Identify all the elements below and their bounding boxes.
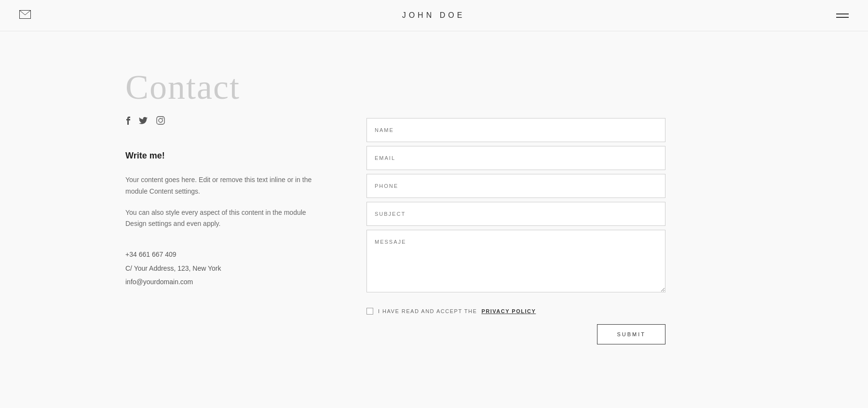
contact-email: info@yourdomain.com [125, 276, 328, 287]
left-column: Contact Write me! Your conte [125, 70, 328, 344]
facebook-icon[interactable] [125, 116, 130, 127]
twitter-icon[interactable] [139, 117, 148, 126]
contact-address: C/ Your Address, 123, New York [125, 263, 328, 274]
email-field [366, 146, 665, 170]
contact-phone: +34 661 667 409 [125, 249, 328, 260]
privacy-checkbox[interactable] [366, 308, 373, 315]
privacy-policy-link[interactable]: PRIVACY POLICY [481, 308, 536, 314]
email-input[interactable] [366, 146, 665, 170]
submit-row: SUBMIT [366, 324, 665, 344]
hamburger-menu-icon[interactable] [836, 13, 849, 18]
social-icons [125, 116, 328, 127]
name-input[interactable] [366, 118, 665, 142]
privacy-text: I HAVE READ AND ACCEPT THE PRIVACY POLIC… [378, 308, 536, 314]
subject-field [366, 202, 665, 226]
write-me-heading: Write me! [125, 151, 328, 161]
mail-icon[interactable] [19, 10, 31, 21]
right-column: I HAVE READ AND ACCEPT THE PRIVACY POLIC… [366, 70, 665, 344]
svg-rect-1 [157, 117, 164, 124]
page-title: Contact [125, 70, 328, 105]
message-textarea[interactable] [366, 230, 665, 292]
name-field [366, 118, 665, 142]
phone-input[interactable] [366, 174, 665, 198]
description-text-1: Your content goes here. Edit or remove t… [125, 174, 328, 197]
description-text-2: You can also style every aspect of this … [125, 207, 328, 230]
message-field [366, 230, 665, 298]
svg-point-3 [163, 118, 163, 119]
privacy-row: I HAVE READ AND ACCEPT THE PRIVACY POLIC… [366, 308, 665, 315]
main-content: Contact Write me! Your conte [96, 31, 772, 383]
phone-field [366, 174, 665, 198]
header: JOHN DOE [0, 0, 868, 31]
site-title: JOHN DOE [402, 11, 465, 20]
subject-input[interactable] [366, 202, 665, 226]
instagram-icon[interactable] [156, 116, 165, 127]
contact-info: +34 661 667 409 C/ Your Address, 123, Ne… [125, 249, 328, 287]
svg-point-2 [159, 118, 163, 122]
submit-button[interactable]: SUBMIT [597, 324, 665, 344]
